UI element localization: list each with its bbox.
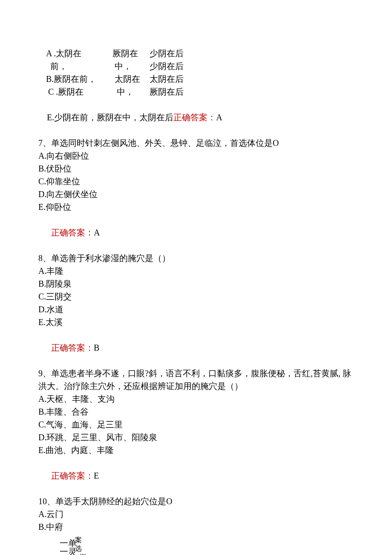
q10-stem: 10、单选手太阴肺经的起始穴位是O xyxy=(38,495,354,508)
q8-opt-d: D.水道 xyxy=(38,303,354,316)
q6-col1-l1: A .太阴在 xyxy=(46,47,96,60)
q9-opt-d: D.环跳、足三里、风市、阳陵泉 xyxy=(38,431,354,444)
page: A .太阴在 前， B.厥阴在前， C .厥阴在 厥阴在 中， 太阴在 中， 少… xyxy=(0,0,392,555)
q9-opt-a: A.天枢、丰隆、支沟 xyxy=(38,392,354,405)
q9: 9、单选患者半身不遂，口眼?斜，语言不利，口黏痰多，腹胀便秘，舌红,苔黄腻, 脉… xyxy=(38,367,354,495)
q7-opt-d: D.向左侧伏坐位 xyxy=(38,188,354,200)
q7-opt-c: C.仰靠坐位 xyxy=(38,175,354,188)
q8-stem: 8、单选善于利水渗湿的腌穴是（） xyxy=(38,252,354,264)
q6-answer-value: A xyxy=(216,113,222,122)
q6-col3: 少阴在后 少阴在后 太阴在后 厥阴在后 xyxy=(140,47,184,98)
q10-opt-a: A.云门 xyxy=(38,508,354,520)
q6-col1: A .太阴在 前， B.厥阴在前， C .厥阴在 xyxy=(38,47,96,98)
q6-option-e-line: E.少阴在前，厥阴在中，太阴在后正确答案：A xyxy=(38,98,354,137)
q7-opt-a: A.向右侧卧位 xyxy=(38,149,354,162)
q6-col2-l4: 中， xyxy=(112,85,140,98)
q6-col1-l3: B.厥阴在前， xyxy=(46,73,96,85)
q9-stem: 9、单选患者半身不遂，口眼?斜，语言不利，口黏痰多，腹胀便秘，舌红,苔黄腻, 脉… xyxy=(38,367,354,392)
q7-opt-b: B.伏卧位 xyxy=(38,162,354,175)
q8: 8、单选善于利水渗湿的腌穴是（） A.丰隆 B.阴陵泉 C.三阴交 D.水道 E… xyxy=(38,252,354,367)
q6-col2-l2: 中， xyxy=(112,60,140,73)
q6-col3-l3: 太阴在后 xyxy=(150,73,184,85)
q9-opt-b: B.丰隆、合谷 xyxy=(38,405,354,418)
q9-answer-line: 正确答案：E xyxy=(38,456,354,495)
q9-opt-e: E.曲池、内庭、丰隆 xyxy=(38,444,354,456)
q10: 10、单选手太阴肺经的起始穴位是O A.云门 B.中府 xyxy=(38,495,354,533)
q10-opt-b: B.中府 xyxy=(38,520,354,533)
q6-col2-l1: 厥阴在 xyxy=(112,47,140,60)
q6-option-grid: A .太阴在 前， B.厥阴在前， C .厥阴在 厥阴在 中， 太阴在 中， 少… xyxy=(38,47,354,98)
q8-opt-c: C.三阴交 xyxy=(38,290,354,303)
q8-answer-line: 正确答案：B xyxy=(38,328,354,367)
q9-opt-c: C.气海、血海、足三里 xyxy=(38,418,354,431)
q6-col2-l3: 太阴在 xyxy=(112,73,140,85)
g-l3b: 枢 xyxy=(79,552,86,555)
q6-col3-l1: 少阴在后 xyxy=(150,47,184,60)
garbled-block: CDEFT1AB 一单 案 一灵 选 • •灵 枢 • •少 枢 ：B •少 列… xyxy=(38,537,354,555)
q6-option-e: E.少阴在前，厥阴在中，太阴在后 xyxy=(47,113,173,122)
q9-answer-value: E xyxy=(94,471,99,480)
q8-opt-e: E.太溪 xyxy=(38,316,354,328)
q8-opt-b: B.阴陵泉 xyxy=(38,277,354,290)
q6-answer-label: 正确答案： xyxy=(173,113,216,122)
q7-answer-label: 正确答案： xyxy=(51,228,94,237)
q7-stem: 7、单选同时针刺左侧风池、外关、悬钟、足临泣，首选体位是O xyxy=(38,137,354,149)
q8-answer-label: 正确答案： xyxy=(51,343,94,352)
q6-col2: 厥阴在 中， 太阴在 中， xyxy=(96,47,140,98)
q8-opt-a: A.丰隆 xyxy=(38,264,354,277)
q7-answer-value: A xyxy=(94,228,100,237)
q9-answer-label: 正确答案： xyxy=(51,471,94,480)
q6-col1-l4: C .厥阴在 xyxy=(46,85,96,98)
q7: 7、单选同时针刺左侧风池、外关、悬钟、足临泣，首选体位是O A.向右侧卧位 B.… xyxy=(38,137,354,252)
q7-opt-e: E.仰卧位 xyxy=(38,200,354,213)
q6-col3-l2: 少阴在后 xyxy=(150,60,184,73)
q6-col3-l4: 厥阴在后 xyxy=(150,85,184,98)
q7-answer-line: 正确答案：A xyxy=(38,213,354,252)
q6-col1-l2: 前， xyxy=(46,60,96,73)
q8-answer-value: B xyxy=(94,343,99,352)
